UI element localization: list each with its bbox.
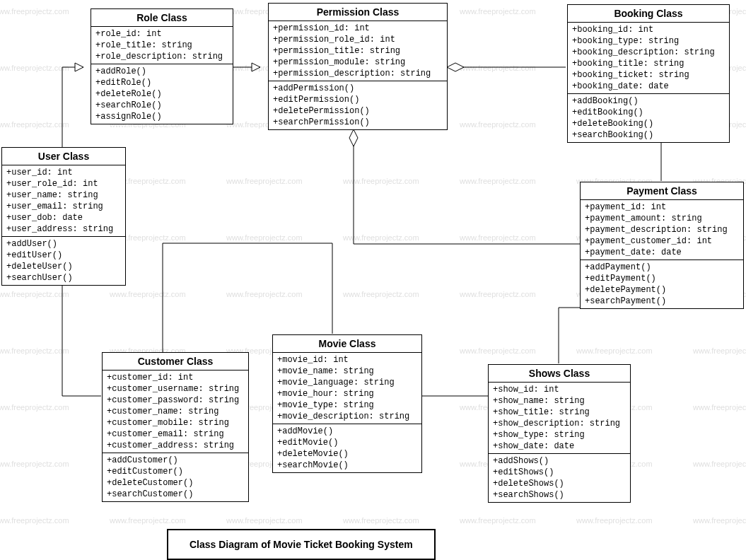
- class-member: +show_description: string: [493, 418, 626, 429]
- class-member: +user_email: string: [6, 201, 121, 212]
- class-attributes: +role_id: int+role_title: string+role_de…: [91, 27, 233, 64]
- class-member: +permission_id: int: [273, 23, 443, 34]
- watermark-text: www.freeprojectz.com: [226, 516, 303, 525]
- class-user: User Class +user_id: int+user_role_id: i…: [1, 147, 126, 286]
- class-attributes: +booking_id: int+booking_type: string+bo…: [568, 23, 729, 94]
- class-member: +searchShows(): [493, 489, 626, 501]
- class-member: +role_id: int: [95, 28, 228, 40]
- watermark-text: www.freeprojectz.com: [343, 177, 419, 185]
- watermark-text: www.freeprojectz.com: [343, 233, 419, 242]
- class-movie: Movie Class +movie_id: int+movie_name: s…: [272, 334, 422, 473]
- watermark-text: www.freeprojectz.com: [226, 290, 303, 298]
- class-customer: Customer Class +customer_id: int+custome…: [102, 352, 249, 502]
- class-member: +editPayment(): [585, 273, 739, 284]
- watermark-text: www.freeprojectz.com: [576, 346, 653, 355]
- class-member: +customer_address: string: [107, 440, 244, 451]
- class-member: +deleteShows(): [493, 478, 626, 489]
- diagram-canvas: www.freeprojectz.comwww.freeprojectz.com…: [0, 0, 746, 560]
- class-permission: Permission Class +permission_id: int+per…: [268, 3, 448, 130]
- class-member: +addUser(): [6, 238, 121, 250]
- class-member: +searchUser(): [6, 272, 121, 284]
- class-member: +searchBooking(): [572, 129, 725, 141]
- class-attributes: +customer_id: int+customer_username: str…: [103, 371, 248, 453]
- class-attributes: +movie_id: int+movie_name: string+movie_…: [273, 353, 421, 424]
- watermark-text: www.freeprojectz.com: [460, 64, 536, 72]
- watermark-text: www.freeprojectz.com: [110, 516, 186, 525]
- class-member: +editCustomer(): [107, 466, 244, 477]
- class-shows: Shows Class +show_id: int+show_name: str…: [488, 364, 631, 503]
- watermark-text: www.freeprojectz.com: [693, 346, 746, 355]
- class-member: +movie_hour: string: [277, 388, 417, 399]
- svg-marker-9: [349, 129, 358, 146]
- class-operations: +addUser()+editUser()+deleteUser()+searc…: [2, 237, 125, 285]
- class-member: +movie_name: string: [277, 366, 417, 377]
- class-title: Permission Class: [269, 4, 447, 21]
- class-member: +addPayment(): [585, 262, 739, 273]
- class-member: +movie_description: string: [277, 411, 417, 422]
- class-member: +deletePayment(): [585, 284, 739, 296]
- class-member: +booking_type: string: [572, 35, 725, 47]
- class-member: +addPermission(): [273, 83, 443, 94]
- class-operations: +addMovie()+editMovie()+deleteMovie()+se…: [273, 424, 421, 472]
- class-member: +user_address: string: [6, 223, 121, 235]
- class-member: +permission_description: string: [273, 68, 443, 79]
- class-title: User Class: [2, 148, 125, 165]
- class-member: +searchPayment(): [585, 296, 739, 307]
- watermark-text: www.freeprojectz.com: [226, 177, 303, 185]
- watermark-text: www.freeprojectz.com: [0, 346, 69, 355]
- watermark-text: www.freeprojectz.com: [693, 460, 746, 468]
- class-member: +deleteRole(): [95, 88, 228, 100]
- watermark-text: www.freeprojectz.com: [0, 7, 69, 16]
- watermark-text: www.freeprojectz.com: [0, 460, 69, 468]
- watermark-text: www.freeprojectz.com: [460, 7, 536, 16]
- class-member: +role_description: string: [95, 51, 228, 62]
- class-member: +user_id: int: [6, 167, 121, 178]
- class-operations: +addRole()+editRole()+deleteRole()+searc…: [91, 64, 233, 124]
- class-attributes: +permission_id: int+permission_role_id: …: [269, 21, 447, 81]
- watermark-text: www.freeprojectz.com: [693, 403, 746, 412]
- class-member: +editShows(): [493, 467, 626, 478]
- watermark-text: www.freeprojectz.com: [460, 177, 536, 185]
- class-member: +payment_id: int: [585, 202, 739, 213]
- watermark-text: www.freeprojectz.com: [576, 516, 653, 525]
- class-member: +booking_description: string: [572, 47, 725, 58]
- class-member: +booking_title: string: [572, 58, 725, 69]
- class-member: +addShows(): [493, 455, 626, 467]
- class-member: +searchRole(): [95, 100, 228, 111]
- watermark-text: www.freeprojectz.com: [460, 516, 536, 525]
- class-member: +movie_id: int: [277, 354, 417, 366]
- class-member: +show_name: string: [493, 395, 626, 407]
- class-member: +searchPermission(): [273, 117, 443, 128]
- class-member: +permission_role_id: int: [273, 34, 443, 45]
- class-member: +payment_customer_id: int: [585, 235, 739, 247]
- watermark-text: www.freeprojectz.com: [460, 120, 536, 129]
- class-member: +deleteMovie(): [277, 448, 417, 460]
- class-member: +customer_username: string: [107, 383, 244, 395]
- class-member: +show_title: string: [493, 407, 626, 418]
- watermark-text: www.freeprojectz.com: [0, 120, 69, 129]
- caption-text: Class Diagram of Movie Ticket Booking Sy…: [190, 539, 413, 550]
- watermark-text: www.freeprojectz.com: [226, 233, 303, 242]
- class-member: +booking_id: int: [572, 24, 725, 35]
- class-attributes: +show_id: int+show_name: string+show_tit…: [489, 383, 630, 454]
- class-member: +show_type: string: [493, 429, 626, 441]
- class-member: +editUser(): [6, 250, 121, 261]
- class-member: +editRole(): [95, 77, 228, 88]
- svg-marker-6: [447, 63, 464, 71]
- class-member: +customer_mobile: string: [107, 417, 244, 428]
- class-member: +searchCustomer(): [107, 489, 244, 500]
- class-member: +deletePermission(): [273, 105, 443, 117]
- class-member: +permission_title: string: [273, 45, 443, 57]
- class-operations: +addPayment()+editPayment()+deletePaymen…: [581, 260, 743, 308]
- class-title: Shows Class: [489, 365, 630, 383]
- class-member: +customer_password: string: [107, 395, 244, 406]
- class-operations: +addShows()+editShows()+deleteShows()+se…: [489, 454, 630, 502]
- class-payment: Payment Class +payment_id: int+payment_a…: [580, 182, 744, 309]
- class-role: Role Class +role_id: int+role_title: str…: [91, 8, 233, 124]
- class-member: +permission_module: string: [273, 57, 443, 68]
- class-member: +customer_email: string: [107, 428, 244, 440]
- class-member: +role_title: string: [95, 40, 228, 51]
- class-member: +user_role_id: int: [6, 178, 121, 189]
- class-operations: +addPermission()+editPermission()+delete…: [269, 81, 447, 129]
- watermark-text: www.freeprojectz.com: [343, 516, 419, 525]
